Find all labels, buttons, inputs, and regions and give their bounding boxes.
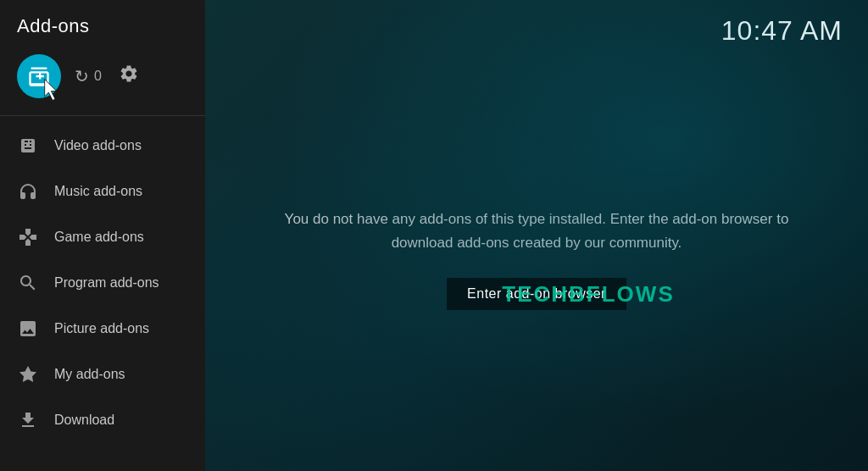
settings-button[interactable] — [119, 64, 139, 89]
sidebar-item-game-addons[interactable]: Game add-ons — [0, 214, 205, 260]
refresh-button[interactable]: ↻ 0 — [75, 68, 102, 85]
gear-icon — [119, 64, 139, 84]
sidebar-item-label-video-addons: Video add-ons — [54, 138, 142, 153]
sidebar-top-controls: ↻ 0 — [0, 46, 205, 115]
sidebar-divider — [0, 115, 205, 116]
enter-addon-browser-button[interactable]: Enter add-on browser — [447, 278, 626, 310]
sidebar-item-label-music-addons: Music add-ons — [54, 184, 142, 199]
sidebar-item-video-addons[interactable]: Video add-ons — [0, 123, 205, 169]
main-content: 10:47 AM You do not have any add-ons of … — [205, 0, 868, 471]
gamepad-icon — [17, 226, 39, 248]
refresh-count: 0 — [94, 69, 102, 84]
wrench-icon — [17, 272, 39, 294]
main-header: 10:47 AM — [205, 0, 868, 47]
sidebar-item-label-picture-addons: Picture add-ons — [54, 321, 149, 336]
image-icon — [17, 318, 39, 340]
sidebar-item-label-download: Download — [54, 413, 114, 428]
sidebar: Add-ons ↻ 0 — [0, 0, 205, 471]
sidebar-item-label-program-addons: Program add-ons — [54, 275, 159, 291]
clock: 10:47 AM — [721, 15, 843, 47]
enter-addon-browser-label: Enter add-on browser — [467, 286, 606, 301]
sidebar-item-my-addons[interactable]: My add-ons — [0, 352, 205, 397]
sidebar-item-download[interactable]: Download — [0, 397, 205, 443]
headphones-icon — [17, 180, 39, 202]
download-icon — [17, 409, 39, 431]
star-icon — [17, 363, 39, 385]
sidebar-item-picture-addons[interactable]: Picture add-ons — [0, 306, 205, 352]
sidebar-item-program-addons[interactable]: Program add-ons — [0, 260, 205, 306]
refresh-icon: ↻ — [75, 68, 89, 85]
sidebar-item-music-addons[interactable]: Music add-ons — [0, 169, 205, 214]
film-icon — [17, 135, 39, 157]
sidebar-item-label-game-addons: Game add-ons — [54, 230, 144, 245]
main-body: You do not have any add-ons of this type… — [205, 47, 868, 471]
page-title: Add-ons — [17, 15, 89, 37]
cursor-icon — [41, 78, 64, 102]
main-message: You do not have any add-ons of this type… — [256, 208, 817, 253]
sidebar-header: Add-ons — [0, 0, 205, 46]
addon-box-button[interactable] — [17, 54, 61, 98]
app-container: Add-ons ↻ 0 — [0, 0, 868, 471]
sidebar-nav: Video add-ons Music add-ons Game add-ons… — [0, 123, 205, 471]
sidebar-item-label-my-addons: My add-ons — [54, 367, 125, 382]
